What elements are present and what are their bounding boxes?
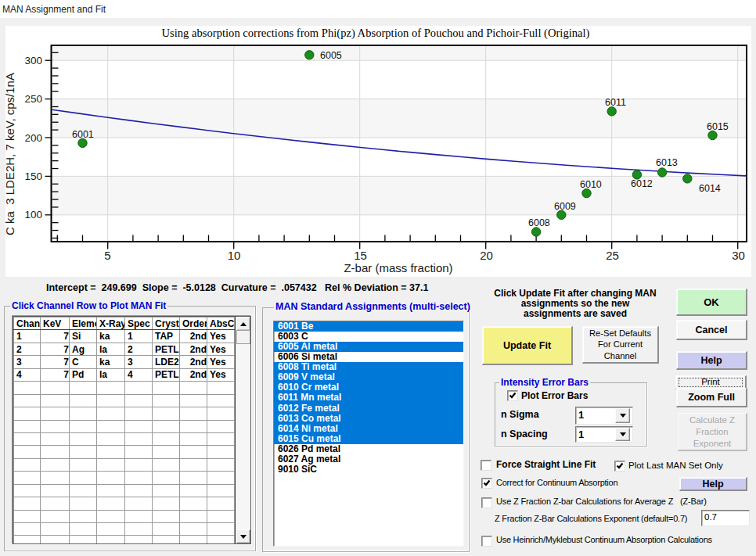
svg-text:6009: 6009 (554, 201, 576, 212)
svg-text:Z-bar (mass fraction): Z-bar (mass fraction) (344, 261, 452, 274)
svg-text:150: 150 (24, 170, 42, 182)
svg-text:5: 5 (104, 249, 110, 262)
svg-text:6015: 6015 (707, 121, 729, 132)
svg-text:300: 300 (24, 55, 42, 66)
svg-text:15: 15 (354, 249, 367, 262)
svg-text:Using absorption corrections f: Using absorption corrections from Phi(pz… (162, 27, 590, 40)
svg-text:30: 30 (732, 249, 745, 262)
svg-text:C ka 3 LDE2H, 7 keV, cps/1nA: C ka 3 LDE2H, 7 keV, cps/1nA (3, 73, 16, 235)
svg-text:100: 100 (24, 209, 42, 221)
svg-text:6005: 6005 (320, 50, 342, 61)
svg-text:6001: 6001 (72, 129, 94, 140)
svg-text:6011: 6011 (605, 97, 626, 108)
svg-text:200: 200 (24, 132, 42, 144)
svg-text:25: 25 (606, 249, 619, 262)
svg-text:250: 250 (24, 93, 42, 105)
svg-text:6010: 6010 (580, 179, 602, 190)
svg-text:6012: 6012 (631, 178, 653, 189)
svg-text:10: 10 (228, 249, 241, 262)
svg-text:6008: 6008 (528, 217, 550, 228)
svg-text:6013: 6013 (656, 157, 678, 168)
svg-text:6014: 6014 (699, 183, 721, 194)
svg-text:20: 20 (480, 249, 493, 262)
